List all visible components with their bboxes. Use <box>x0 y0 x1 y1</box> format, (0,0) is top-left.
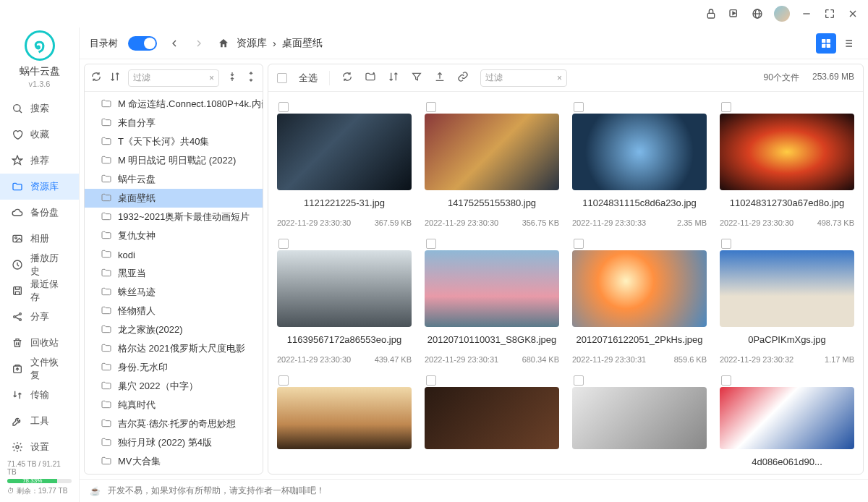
nav-folder[interactable]: 资源库 <box>0 174 79 200</box>
file-checkbox[interactable] <box>426 102 436 112</box>
back-icon[interactable] <box>167 36 182 51</box>
nav-save[interactable]: 最近保存 <box>0 278 79 304</box>
svg-rect-14 <box>822 39 825 43</box>
tree-item[interactable]: 郭德纲单口作品（三国、水浒、西游 <box>85 471 263 474</box>
tree-item[interactable]: 蛛丝马迹 <box>85 283 263 302</box>
tree-item[interactable]: 龙之家族(2022) <box>85 320 263 339</box>
file-checkbox[interactable] <box>426 239 436 249</box>
file-checkbox[interactable] <box>278 375 289 386</box>
sort-icon[interactable] <box>109 71 121 85</box>
footer-msg: 开发不易，如果对你有所帮助，请支持作者一杯咖啡吧！ <box>108 485 325 497</box>
home-icon[interactable] <box>216 36 231 51</box>
file-checkbox[interactable] <box>721 239 731 249</box>
file-checkbox[interactable] <box>721 375 731 386</box>
nav-heart[interactable]: 收藏 <box>0 122 79 148</box>
file-card[interactable]: 20120716122051_2PkHs.jpeg2022-11-29 23:3… <box>572 237 707 364</box>
tree-item[interactable]: 桌面壁纸 <box>85 189 263 208</box>
folder-icon <box>101 323 112 337</box>
tree-item[interactable]: 巢穴 2022（中字） <box>85 377 263 396</box>
nav-wrench[interactable]: 工具 <box>0 408 79 434</box>
file-checkbox[interactable] <box>426 375 436 386</box>
file-card[interactable]: 11024831115c8d6a23o.jpg2022-11-29 23:30:… <box>572 101 707 227</box>
list-view-icon[interactable] <box>838 33 858 54</box>
tree-item[interactable]: 黑亚当 <box>85 264 263 283</box>
tree-item[interactable]: 蜗牛云盘 <box>85 170 263 189</box>
minimize-icon[interactable] <box>800 7 813 20</box>
select-all-label[interactable]: 全选 <box>299 72 318 85</box>
file-card[interactable]: 1121221225-31.jpg2022-11-29 23:30:30367.… <box>277 101 412 227</box>
file-card[interactable]: 14175255155380.jpg2022-11-29 23:30:30356… <box>425 101 559 227</box>
file-date: 2022-11-29 23:30:30 <box>720 218 793 227</box>
tree-item[interactable]: 复仇女神 <box>85 226 263 245</box>
file-checkbox[interactable] <box>574 239 584 249</box>
nav-trash[interactable]: 回收站 <box>0 330 79 356</box>
file-name: 20120710110031_S8GK8.jpeg <box>425 334 559 345</box>
file-checkbox[interactable] <box>278 239 289 249</box>
tree-item[interactable]: 吉尔莫·德尔·托罗的奇思妙想 <box>85 414 263 433</box>
new-folder-icon[interactable] <box>365 71 376 85</box>
tree-item[interactable]: 纯真时代 <box>85 396 263 414</box>
tree-item[interactable]: T《天下长河》共40集 <box>85 132 263 151</box>
file-card[interactable]: 110248312730a67ed8o.jpg2022-11-29 23:30:… <box>720 101 854 227</box>
grid-view-icon[interactable] <box>816 33 836 54</box>
content-filter[interactable]: 过滤× <box>480 69 567 87</box>
nav-transfer[interactable]: 传输 <box>0 382 79 408</box>
play-box-icon[interactable] <box>728 7 741 20</box>
expand-icon[interactable] <box>245 71 257 85</box>
folder-icon <box>101 98 112 111</box>
nav-cloud[interactable]: 备份盘 <box>0 200 79 226</box>
avatar[interactable] <box>774 6 790 22</box>
file-card[interactable] <box>277 374 412 467</box>
refresh-icon[interactable] <box>341 71 353 85</box>
filter-icon[interactable] <box>411 71 422 85</box>
tree-item[interactable]: MV大合集 <box>85 452 263 471</box>
lock-icon[interactable] <box>705 7 718 20</box>
tree-item[interactable]: 1932~2021奥斯卡最佳动画短片 <box>85 208 263 226</box>
sort-icon[interactable] <box>388 71 399 85</box>
folder-tree: M 命运连结.Connect.1080P+4k.内嵌来自分享T《天下长河》共40… <box>85 92 263 474</box>
nav-history[interactable]: 播放历史 <box>0 252 79 278</box>
globe-icon[interactable] <box>751 7 764 20</box>
file-card[interactable]: 11639567172a86553eo.jpg2022-11-29 23:30:… <box>277 237 412 364</box>
nav-gear[interactable]: 设置 <box>0 434 79 454</box>
tree-item[interactable]: 来自分享 <box>85 114 263 132</box>
tree-item[interactable]: M 命运连结.Connect.1080P+4k.内嵌 <box>85 95 263 114</box>
collapse-icon[interactable] <box>226 71 238 85</box>
folder-icon <box>101 286 112 299</box>
coffee-icon[interactable]: ☕ <box>90 486 101 496</box>
folder-icon <box>101 154 112 168</box>
thumbnail <box>425 387 559 449</box>
nav-restore[interactable]: 文件恢复 <box>0 356 79 382</box>
select-all-checkbox[interactable] <box>277 73 287 83</box>
tree-item[interactable]: kodi <box>85 245 263 264</box>
file-checkbox[interactable] <box>574 102 584 112</box>
file-checkbox[interactable] <box>278 102 289 112</box>
thumbnail <box>277 387 412 449</box>
nav-share[interactable]: 分享 <box>0 304 79 330</box>
tree-item[interactable]: 怪物猎人 <box>85 302 263 320</box>
tree-item[interactable]: M 明日战记 明日戰記 (2022) <box>85 151 263 170</box>
forward-icon[interactable] <box>192 36 206 51</box>
refresh-icon[interactable] <box>90 71 102 85</box>
file-checkbox[interactable] <box>574 375 584 386</box>
file-card[interactable]: 0PaCPIKmXgs.jpg2022-11-29 23:30:321.17 M… <box>720 237 854 364</box>
crumb-current[interactable]: 桌面壁纸 <box>282 37 323 50</box>
tree-item[interactable]: 独行月球 (2022) 第4版 <box>85 433 263 452</box>
link-icon[interactable] <box>457 71 469 85</box>
nav-search[interactable]: 搜索 <box>0 95 79 122</box>
file-card[interactable] <box>572 374 707 467</box>
tree-filter[interactable]: 过滤× <box>128 69 219 87</box>
file-checkbox[interactable] <box>721 102 731 112</box>
tree-item[interactable]: 身份.无水印 <box>85 358 263 377</box>
nav-photo[interactable]: 相册 <box>0 226 79 252</box>
file-card[interactable]: 20120710110031_S8GK8.jpeg2022-11-29 23:3… <box>425 237 559 364</box>
nav-star[interactable]: 推荐 <box>0 148 79 174</box>
upload-icon[interactable] <box>434 71 446 85</box>
tree-item[interactable]: 格尔达 2021俄罗斯大尺度电影 <box>85 339 263 358</box>
file-card[interactable]: 4d086e061d90... <box>720 374 854 467</box>
maximize-icon[interactable] <box>823 7 836 20</box>
close-icon[interactable] <box>846 7 859 20</box>
file-card[interactable] <box>425 374 559 467</box>
crumb-root[interactable]: 资源库 <box>237 37 267 50</box>
tree-toggle[interactable] <box>128 36 157 51</box>
